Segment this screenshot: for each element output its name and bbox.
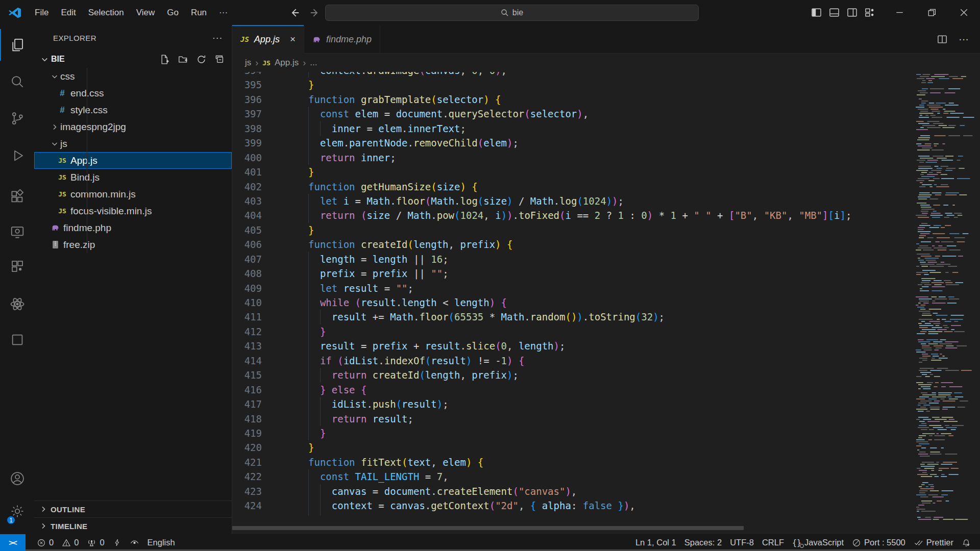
workspace-section[interactable]: BIE	[34, 51, 232, 68]
status-0[interactable]: 0	[83, 534, 108, 551]
new-folder-icon[interactable]	[178, 55, 188, 64]
code-line-421[interactable]: 421function fitText(text, elem) {	[232, 455, 914, 469]
menu-run[interactable]: Run	[185, 5, 213, 21]
menu-edit[interactable]: Edit	[55, 5, 82, 21]
menu-[interactable]: ···	[213, 5, 234, 21]
code-line-418[interactable]: 418 return result;	[232, 412, 914, 426]
code-line-402[interactable]: 402function getHumanSize(size) {	[232, 180, 914, 194]
status-ln-1--col-1[interactable]: Ln 1, Col 1	[631, 538, 680, 547]
code-line-394[interactable]: 394 context.drawImage(canvas, 0, 0);	[232, 72, 914, 78]
timeline-panel[interactable]: TIMELINE	[34, 517, 232, 534]
close-window-button[interactable]	[948, 0, 980, 25]
code-line-410[interactable]: 410 while (result.length < length) {	[232, 295, 914, 310]
code-line-412[interactable]: 412 }	[232, 324, 914, 339]
nav-back-icon[interactable]	[289, 7, 300, 18]
toggle-panel-icon[interactable]	[829, 7, 840, 18]
status-javascript[interactable]: {}JavaScript	[788, 538, 848, 547]
tab-findme-php[interactable]: findme.php	[304, 25, 380, 54]
editor-more-actions-icon[interactable]: ···	[959, 33, 969, 45]
file-focus-visible-min-js[interactable]: JSfocus-visible.min.js	[34, 203, 232, 219]
toggle-sidebar-icon[interactable]	[811, 7, 822, 18]
minimize-button[interactable]	[884, 0, 916, 25]
code-line-397[interactable]: 397 const elem = document.querySelector(…	[232, 107, 914, 121]
code-line-422[interactable]: 422 const TAIL_LENGTH = 7,	[232, 469, 914, 484]
horizontal-scrollbar[interactable]	[232, 526, 744, 530]
activity-remote-explorer[interactable]	[0, 216, 34, 248]
code-line-415[interactable]: 415 return createId(length, prefix);	[232, 368, 914, 382]
new-file-icon[interactable]	[160, 55, 169, 64]
code-line-407[interactable]: 407 length = length || 16;	[232, 252, 914, 266]
file-end-css[interactable]: #end.css	[34, 85, 232, 102]
close-tab-icon[interactable]: ×	[290, 34, 296, 45]
status-0[interactable]: 0	[58, 534, 83, 551]
code-line-404[interactable]: 404 return (size / Math.pow(1024, i)).to…	[232, 208, 914, 222]
code-line-403[interactable]: 403 let i = Math.floor(Math.log(size) / …	[232, 194, 914, 208]
file-findme-php[interactable]: findme.php	[34, 219, 232, 236]
breadcrumb-folder[interactable]: js	[245, 58, 251, 68]
activity-settings[interactable]: 1	[0, 495, 34, 527]
file-common-min-js[interactable]: JScommon.min.js	[34, 186, 232, 203]
code-line-414[interactable]: 414 if (idList.indexOf(result) != -1) {	[232, 354, 914, 368]
code-line-398[interactable]: 398 inner = elem.innerText;	[232, 121, 914, 136]
status-crlf[interactable]: CRLF	[758, 538, 788, 547]
activity-accounts[interactable]	[0, 463, 34, 494]
code-editor[interactable]: 394 context.drawImage(canvas, 0, 0);395}…	[232, 72, 914, 516]
code-line-401[interactable]: 401}	[232, 165, 914, 179]
restore-button[interactable]	[916, 0, 948, 25]
refresh-icon[interactable]	[197, 55, 206, 64]
command-center-search[interactable]: bie	[325, 5, 699, 21]
menu-file[interactable]: File	[29, 5, 55, 21]
status-utf-8[interactable]: UTF-8	[726, 538, 758, 547]
status-english[interactable]: English	[143, 534, 179, 551]
collapse-all-icon[interactable]	[215, 55, 225, 64]
code-line-405[interactable]: 405}	[232, 223, 914, 237]
breadcrumb-file[interactable]: App.js	[275, 58, 299, 68]
breadcrumb[interactable]: js › JS App.js › ...	[232, 54, 980, 72]
minimap[interactable]	[914, 72, 980, 534]
code-line-420[interactable]: 420}	[232, 440, 914, 455]
status-0[interactable]: 0	[33, 534, 58, 551]
customize-layout-icon[interactable]	[865, 7, 875, 18]
menu-view[interactable]: View	[130, 5, 161, 21]
explorer-more-icon[interactable]: ···	[212, 32, 223, 43]
remote-indicator[interactable]: ><	[0, 534, 26, 551]
activity-extensions[interactable]	[0, 181, 34, 213]
activity-atom[interactable]	[0, 288, 34, 320]
code-line-406[interactable]: 406function createId(length, prefix) {	[232, 237, 914, 252]
menu-selection[interactable]: Selection	[82, 5, 130, 21]
activity-source-control[interactable]	[0, 103, 34, 134]
status-eye-icon[interactable]	[126, 534, 143, 551]
breadcrumb-symbol[interactable]: ...	[310, 58, 317, 68]
activity-blocks[interactable]	[0, 251, 34, 282]
code-line-408[interactable]: 408 prefix = prefix || "";	[232, 266, 914, 281]
tab-app-js[interactable]: JS App.js ×	[232, 25, 304, 54]
nav-forward-icon[interactable]	[309, 7, 321, 18]
toggle-secondary-sidebar-icon[interactable]	[847, 7, 857, 18]
status-port---5500[interactable]: Port : 5500	[848, 538, 910, 547]
code-line-423[interactable]: 423 canvas = document.createElement("can…	[232, 484, 914, 498]
code-line-409[interactable]: 409 let result = "";	[232, 281, 914, 295]
activity-run-debug[interactable]	[0, 140, 34, 171]
code-line-411[interactable]: 411 result += Math.floor(65535 * Math.ra…	[232, 310, 914, 324]
status-zap-icon[interactable]	[109, 534, 126, 551]
file-bind-js[interactable]: JSBind.js	[34, 169, 232, 186]
code-line-417[interactable]: 417 idList.push(result);	[232, 397, 914, 411]
status-prettier[interactable]: Prettier	[910, 538, 958, 547]
code-line-413[interactable]: 413 result = prefix + result.slice(0, le…	[232, 339, 914, 353]
status-spaces--2[interactable]: Spaces: 2	[680, 538, 726, 547]
folder-js[interactable]: js	[34, 135, 232, 152]
menu-go[interactable]: Go	[161, 5, 185, 21]
folder-imagespng2jpg[interactable]: imagespng2jpg	[34, 118, 232, 135]
code-line-424[interactable]: 424 context = canvas.getContext("2d", { …	[232, 498, 914, 513]
activity-search[interactable]	[0, 66, 34, 97]
file-free-zip[interactable]: free.zip	[34, 236, 232, 253]
activity-preview[interactable]	[0, 324, 34, 356]
folder-css[interactable]: css	[34, 68, 232, 85]
split-editor-icon[interactable]	[937, 34, 947, 44]
code-line-400[interactable]: 400 return inner;	[232, 151, 914, 165]
code-line-396[interactable]: 396function grabTemplate(selector) {	[232, 92, 914, 107]
status-bell-icon[interactable]	[958, 538, 975, 547]
code-line-425[interactable]: 425 textStyle = window.getComputedStyle(…	[232, 513, 914, 516]
code-line-399[interactable]: 399 elem.parentNode.removeChild(elem);	[232, 136, 914, 150]
outline-panel[interactable]: OUTLINE	[34, 500, 232, 517]
